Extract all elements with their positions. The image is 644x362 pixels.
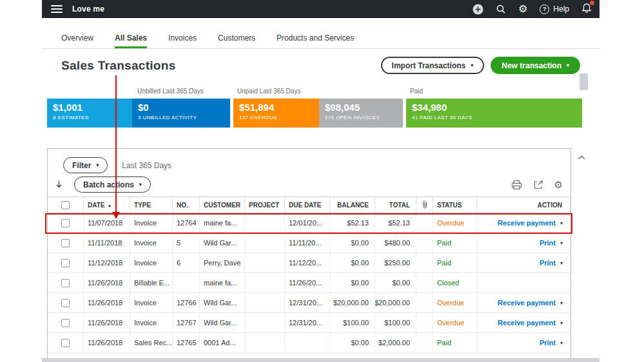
date-range-label: Last 365 Days xyxy=(122,161,171,170)
column-header-action[interactable]: ACTION xyxy=(477,197,571,213)
cell-due-date xyxy=(285,333,330,352)
column-header-type[interactable]: TYPE xyxy=(130,197,173,213)
table-row[interactable]: 11/26/2018 Billable E... maine fa... 11/… xyxy=(48,273,571,293)
row-action-link[interactable]: Receive payment xyxy=(498,299,556,307)
tab-overview[interactable]: Overview xyxy=(61,27,93,48)
tab-all-sales[interactable]: All Sales xyxy=(115,27,147,48)
money-segment-open-invoices[interactable]: $98,045 176 OPEN INVOICES xyxy=(319,99,403,128)
gear-icon[interactable]: ⚙ xyxy=(518,4,527,14)
filter-button[interactable]: Filter ▾ xyxy=(63,157,108,173)
print-icon[interactable] xyxy=(511,180,522,190)
import-transactions-button[interactable]: Import Transactions ▾ xyxy=(381,57,485,74)
row-action-link[interactable]: Print xyxy=(540,259,556,267)
column-header-no[interactable]: NO. xyxy=(173,197,200,213)
cell-total: $20,000.00 xyxy=(375,293,416,312)
table-row[interactable]: 11/26/2018 Invoice 12767 Wild Gar... 12/… xyxy=(48,313,571,333)
cell-customer: Perry, Dave xyxy=(200,253,245,272)
row-checkbox[interactable] xyxy=(61,219,70,227)
collapse-table-chevron-icon[interactable] xyxy=(576,153,587,162)
scrollbar-thumb[interactable] xyxy=(580,73,588,90)
money-bar-section: Unbilled Last 365 Days Unpaid Last 365 D… xyxy=(47,88,582,129)
row-action-link[interactable]: Receive payment xyxy=(498,319,556,327)
action-dropdown-caret-icon[interactable]: ▾ xyxy=(560,220,563,226)
sort-arrow-icon[interactable] xyxy=(54,180,64,190)
cell-balance: $0.00 xyxy=(330,233,375,252)
notifications-bell-icon[interactable] xyxy=(581,3,592,16)
cell-total: $0.00 xyxy=(375,273,416,292)
action-dropdown-caret-icon[interactable]: ▾ xyxy=(560,240,563,246)
export-icon[interactable] xyxy=(533,180,543,190)
row-checkbox[interactable] xyxy=(61,239,70,247)
cell-date: 11/26/2018 xyxy=(84,333,130,352)
chevron-down-icon: ▾ xyxy=(139,182,142,187)
help-label: Help xyxy=(553,5,569,14)
search-icon[interactable] xyxy=(496,4,506,14)
money-segment-paid[interactable]: $34,980 41 PAID LAST 30 DAYS xyxy=(406,99,582,128)
row-checkbox[interactable] xyxy=(61,299,70,307)
cell-no: 12765 xyxy=(173,333,200,352)
hamburger-menu-icon[interactable] xyxy=(51,5,63,13)
row-checkbox[interactable] xyxy=(61,319,70,327)
cell-no xyxy=(173,273,200,292)
cell-project xyxy=(245,213,285,233)
column-header-balance[interactable]: BALANCE xyxy=(330,197,375,213)
row-checkbox-cell xyxy=(48,333,84,352)
cell-action: Print ▾ xyxy=(477,333,571,352)
cell-due-date: 11/12/20... xyxy=(285,253,330,272)
cell-attachment xyxy=(416,293,433,312)
tab-invoices[interactable]: Invoices xyxy=(168,27,197,48)
cell-project xyxy=(245,293,285,312)
column-header-due-date[interactable]: DUE DATE xyxy=(285,197,330,213)
column-header-status[interactable]: STATUS xyxy=(433,197,477,213)
column-header-date[interactable]: DATE ▲ xyxy=(84,197,130,213)
column-header-project[interactable]: PROJECT xyxy=(245,197,285,213)
column-header-customer[interactable]: CUSTOMER xyxy=(200,197,245,213)
segment-amount: $0 xyxy=(138,102,224,113)
cell-no: 6 xyxy=(173,253,200,272)
row-checkbox[interactable] xyxy=(61,279,70,287)
cell-project xyxy=(245,273,285,292)
tab-customers[interactable]: Customers xyxy=(218,27,255,48)
quick-create-plus-icon[interactable] xyxy=(473,4,483,15)
table-row[interactable]: 11/07/2018 Invoice 12764 maine fa... 12/… xyxy=(48,213,571,233)
segment-amount: $51,894 xyxy=(239,102,313,113)
action-dropdown-caret-icon[interactable]: ▾ xyxy=(560,320,563,326)
cell-due-date: 12/31/20... xyxy=(285,313,330,332)
notification-badge xyxy=(590,1,594,5)
cell-type: Invoice xyxy=(130,313,173,332)
cell-project xyxy=(245,313,285,332)
chevron-down-icon: ▾ xyxy=(471,63,473,68)
batch-toolbar: Batch actions ▾ ⚙ xyxy=(54,176,563,193)
table-settings-gear-icon[interactable]: ⚙ xyxy=(554,180,563,189)
money-segment-unbilled-activity[interactable]: $0 3 UNBILLED ACTIVITY xyxy=(132,99,230,128)
new-transaction-button[interactable]: New transaction ▾ xyxy=(491,57,580,74)
money-segment-estimates[interactable]: $1,001 8 ESTIMATES xyxy=(47,99,132,128)
title-row: Sales Transactions Import Transactions ▾… xyxy=(42,57,600,74)
table-row[interactable]: 11/12/2018 Invoice 6 Perry, Dave 11/12/2… xyxy=(48,253,571,273)
row-checkbox[interactable] xyxy=(61,339,70,347)
column-header-attachments[interactable] xyxy=(416,197,433,213)
money-segment-overdue[interactable]: $51,894 137 OVERDUE xyxy=(233,99,319,128)
table-row[interactable]: 11/26/2018 Sales Rec... 12765 0001 Ad...… xyxy=(48,333,571,353)
column-header-total[interactable]: TOTAL xyxy=(375,197,416,213)
tab-products-and-services[interactable]: Products and Services xyxy=(277,27,354,48)
row-action-link[interactable]: Print xyxy=(540,239,556,247)
action-dropdown-caret-icon[interactable]: ▾ xyxy=(560,340,563,346)
select-all-checkbox[interactable] xyxy=(61,201,70,209)
row-checkbox[interactable] xyxy=(61,259,70,267)
row-action-link[interactable]: Receive payment xyxy=(498,219,556,227)
help-question-icon: ? xyxy=(540,5,549,14)
cell-project xyxy=(245,233,285,252)
table-row[interactable]: 11/11/2018 Invoice 5 Wild Gar... 11/11/2… xyxy=(48,233,571,253)
row-checkbox-cell xyxy=(48,273,84,292)
select-all-cell xyxy=(48,197,84,213)
help-menu[interactable]: ? Help xyxy=(540,5,569,14)
topbar: Love me ⚙ ? Help xyxy=(42,0,600,18)
table-row[interactable]: 11/26/2018 Invoice 12766 Wild Gar... 12/… xyxy=(48,293,571,313)
batch-actions-button[interactable]: Batch actions ▾ xyxy=(74,176,151,193)
row-checkbox-cell xyxy=(48,313,84,332)
row-action-link[interactable]: Print xyxy=(540,339,556,347)
action-dropdown-caret-icon[interactable]: ▾ xyxy=(560,300,563,306)
unbilled-group-label: Unbilled Last 365 Days xyxy=(137,88,204,95)
action-dropdown-caret-icon[interactable]: ▾ xyxy=(560,260,563,266)
